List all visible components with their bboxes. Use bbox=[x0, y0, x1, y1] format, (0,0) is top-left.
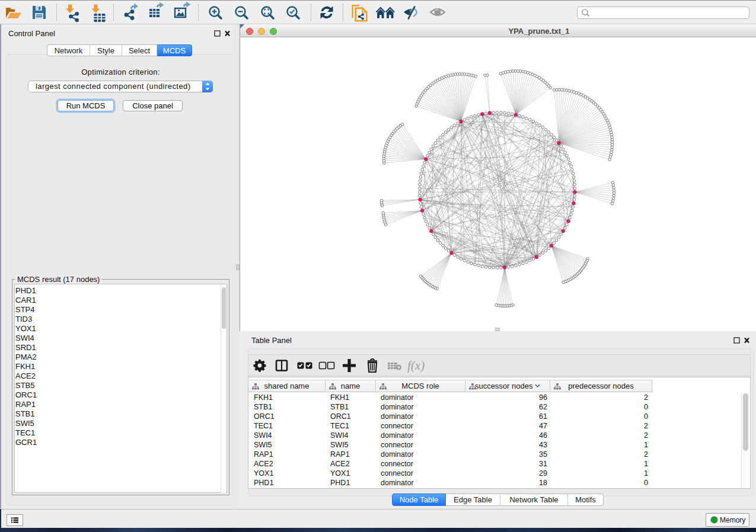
svg-text:f(x): f(x) bbox=[407, 358, 425, 373]
